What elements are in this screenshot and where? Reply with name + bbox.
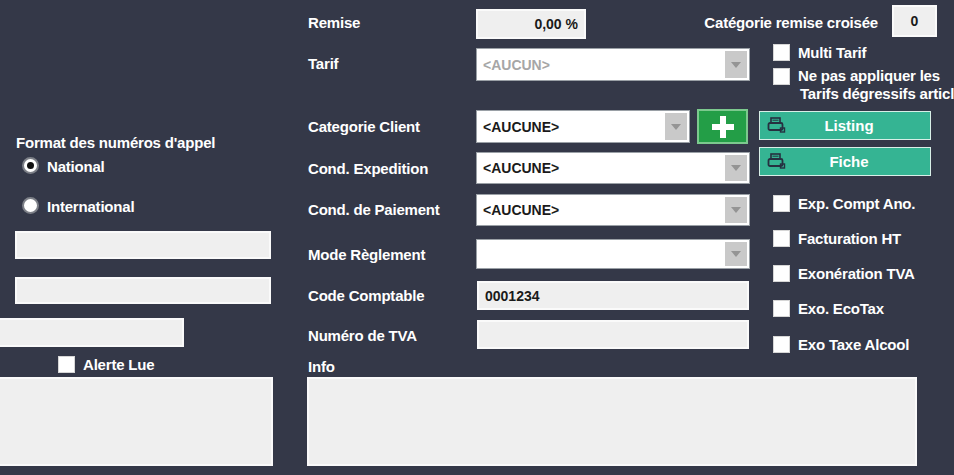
chevron-down-icon	[731, 165, 741, 171]
numero-tva-input[interactable]	[477, 320, 749, 349]
mode-reglement-label: Mode Règlement	[308, 246, 425, 263]
cond-expedition-dropdown-value: <AUCUNE>	[477, 160, 723, 176]
ne-pas-appliquer-checkbox[interactable]	[773, 68, 790, 85]
chevron-down-icon	[731, 62, 741, 68]
radio-national-label: National	[47, 158, 105, 175]
cond-expedition-label: Cond. Expedition	[308, 160, 428, 177]
chevron-down-icon	[731, 207, 741, 213]
facturation-ht-checkbox[interactable]	[773, 230, 790, 247]
phone-input-1[interactable]	[15, 231, 271, 259]
categorie-remise-croisee-input[interactable]	[892, 5, 937, 37]
exp-compt-ano-label: Exp. Compt Ano.	[798, 195, 915, 212]
code-comptable-input[interactable]	[477, 281, 749, 310]
radio-international[interactable]	[22, 197, 39, 214]
categorie-client-dropdown[interactable]: <AUCUNE>	[476, 110, 690, 143]
add-categorie-client-button[interactable]	[697, 109, 748, 144]
phone-input-2[interactable]	[15, 277, 271, 304]
client-form-panel: Format des numéros d'appel National Inte…	[0, 0, 954, 475]
phone-format-title: Format des numéros d'appel	[16, 134, 215, 151]
radio-selected-dot	[27, 162, 34, 169]
remise-input[interactable]	[476, 9, 586, 39]
code-comptable-label: Code Comptable	[308, 287, 424, 304]
categorie-client-dropdown-value: <AUCUNE>	[477, 119, 663, 135]
tarif-dropdown[interactable]: <AUCUN>	[476, 48, 750, 81]
exo-ecotax-label: Exo. EcoTax	[798, 300, 884, 317]
phone-input-3[interactable]	[0, 318, 184, 347]
categorie-client-dropdown-button[interactable]	[665, 113, 687, 140]
tarif-label: Tarif	[308, 55, 338, 72]
printer-icon	[767, 153, 786, 170]
exo-taxe-alcool-checkbox[interactable]	[773, 336, 790, 353]
categorie-client-label: Categorie Client	[308, 118, 420, 135]
cond-paiement-label: Cond. de Paiement	[308, 201, 440, 218]
cond-paiement-dropdown-value: <AUCUNE>	[477, 202, 723, 218]
listing-button[interactable]: Listing	[759, 111, 931, 140]
numero-tva-label: Numéro de TVA	[308, 327, 417, 344]
radio-national[interactable]	[22, 157, 39, 174]
tarif-dropdown-button[interactable]	[725, 51, 747, 78]
printer-icon	[767, 117, 786, 134]
multi-tarif-label: Multi Tarif	[798, 44, 866, 61]
facturation-ht-label: Facturation HT	[798, 230, 901, 247]
remise-label: Remise	[308, 14, 360, 31]
alerte-lue-label: Alerte Lue	[83, 356, 154, 373]
alerte-lue-checkbox[interactable]	[58, 356, 75, 373]
exo-taxe-alcool-label: Exo Taxe Alcool	[798, 336, 909, 353]
radio-international-label: International	[47, 198, 134, 215]
tarif-dropdown-value: <AUCUN>	[477, 57, 723, 73]
mode-reglement-dropdown-button[interactable]	[725, 242, 747, 266]
categorie-remise-croisee-label: Catégorie remise croisée	[620, 14, 878, 31]
fiche-button-label: Fiche	[786, 153, 930, 170]
exoneration-tva-checkbox[interactable]	[773, 265, 790, 282]
exoneration-tva-label: Exonération TVA	[798, 265, 915, 282]
mode-reglement-dropdown[interactable]	[476, 239, 750, 269]
listing-button-label: Listing	[786, 117, 930, 134]
cond-expedition-dropdown[interactable]: <AUCUNE>	[476, 152, 750, 184]
cond-paiement-dropdown-button[interactable]	[725, 197, 747, 223]
exo-ecotax-checkbox[interactable]	[773, 300, 790, 317]
plus-icon	[712, 116, 734, 138]
ne-pas-appliquer-label-line2: Tarifs dégressifs articles	[800, 85, 954, 102]
info-label: Info	[308, 358, 335, 375]
ne-pas-appliquer-label-line1: Ne pas appliquer les	[798, 67, 940, 84]
info-textarea[interactable]	[307, 377, 917, 466]
chevron-down-icon	[671, 124, 681, 130]
exp-compt-ano-checkbox[interactable]	[773, 195, 790, 212]
multi-tarif-checkbox[interactable]	[773, 44, 790, 61]
fiche-button[interactable]: Fiche	[759, 147, 931, 176]
chevron-down-icon	[731, 251, 741, 257]
alert-notes-textarea[interactable]	[0, 377, 273, 466]
cond-paiement-dropdown[interactable]: <AUCUNE>	[476, 194, 750, 226]
cond-expedition-dropdown-button[interactable]	[725, 155, 747, 181]
